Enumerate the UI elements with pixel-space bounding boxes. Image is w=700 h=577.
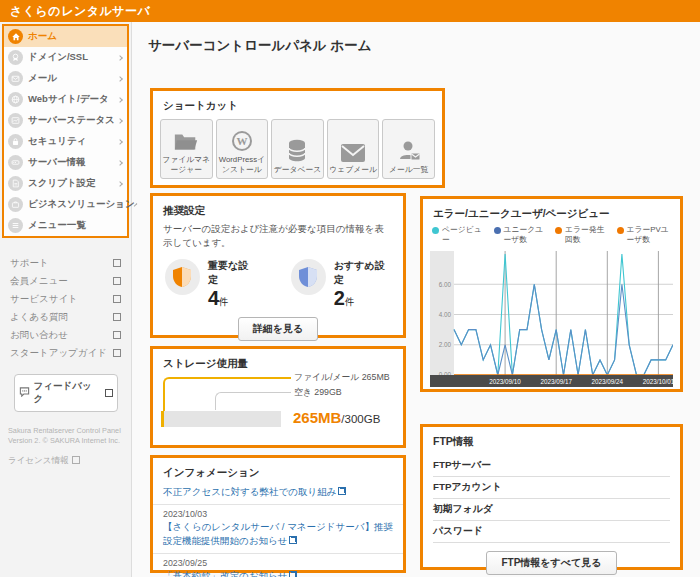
news-link[interactable]: 「基本約款」改定のお知らせ	[163, 569, 393, 577]
svg-text:4.00: 4.00	[439, 311, 452, 318]
mail-icon	[8, 71, 23, 86]
feedback-button[interactable]: フィードバック	[14, 374, 118, 412]
legend-dot-icon	[555, 227, 562, 234]
sidebar-link-service-site[interactable]: サービスサイト	[10, 290, 121, 308]
mail-list-icon	[397, 139, 421, 163]
external-link-icon	[289, 572, 296, 577]
sidebar-item-domain-ssl[interactable]: ドメイン/SSL	[4, 47, 127, 68]
svg-text:2023/09/17: 2023/09/17	[540, 378, 572, 385]
ftp-view-all-button[interactable]: FTP情報をすべて見る	[486, 551, 616, 575]
sidebar-link-faq[interactable]: よくある質問	[10, 308, 121, 326]
important-settings-count: 4	[208, 287, 219, 309]
chart-plot-area: 0.002.004.006.002023/09/102023/09/172023…	[423, 249, 680, 391]
menu-list-icon	[8, 218, 23, 233]
external-link-icon	[113, 331, 121, 339]
sidebar-item-menu-list[interactable]: メニュー一覧	[4, 215, 127, 236]
page-title: サーバーコントロールパネル ホーム	[148, 37, 372, 55]
sidebar-link-startup-guide[interactable]: スタートアップガイド	[10, 344, 121, 362]
news-date: 2023/09/25	[163, 557, 393, 569]
detail-button[interactable]: 詳細を見る	[238, 317, 318, 341]
shortcut-database[interactable]: データベース	[271, 119, 324, 179]
storage-total-text: /300GB	[341, 413, 380, 425]
line-chart: 0.002.004.006.002023/09/102023/09/172023…	[430, 251, 673, 387]
shortcut-mail-list[interactable]: メール一覧	[382, 119, 435, 179]
copyright-line1: Sakura Rentalserver Control Panel	[8, 426, 123, 436]
recommended-settings-panel: 推奨設定 サーバーの設定および注意が必要な項目の情報を表示しています。 重要な設…	[150, 193, 406, 338]
sidebar-item-home[interactable]: ホーム	[4, 26, 127, 47]
news-link[interactable]: 不正アクセスに対する弊社での取り組み	[163, 485, 393, 499]
license-link[interactable]: ライセンス情報	[8, 455, 123, 466]
database-icon	[286, 139, 308, 163]
shortcuts-title: ショートカット	[153, 91, 442, 117]
sidebar-item-website-data[interactable]: Webサイト/データ	[4, 89, 127, 110]
copyright-line2: Version 2. © SAKURA Internet Inc.	[8, 436, 123, 446]
storage-usage-bar	[161, 411, 281, 427]
chevron-right-icon	[117, 76, 123, 82]
business-solution-icon	[8, 197, 23, 212]
server-info-icon	[8, 155, 23, 170]
chevron-right-icon	[117, 118, 123, 124]
important-settings-group: 重要な設定 4件	[165, 259, 257, 309]
traffic-chart-panel: エラー/ユニークユーザ/ページビュー ページビューユニークユーザ数エラー発生回数…	[420, 196, 683, 392]
website-data-icon	[8, 92, 23, 107]
shield-important-icon	[165, 259, 200, 295]
ftp-row-initial-folder: 初期フォルダ	[433, 499, 670, 521]
sidebar-link-support[interactable]: サポート	[10, 254, 121, 272]
news-item: 2023/09/25 「基本約款」改定のお知らせ	[153, 554, 403, 577]
news-item: 不正アクセスに対する弊社での取り組み	[153, 482, 403, 505]
chart-title: エラー/ユニークユーザ/ページビュー	[423, 199, 680, 223]
external-link-icon	[113, 349, 121, 357]
wordpress-icon: W	[230, 129, 254, 153]
chevron-right-icon	[117, 55, 123, 61]
external-link-icon	[113, 313, 121, 321]
chevron-right-icon	[117, 181, 123, 187]
sidebar-footer: Sakura Rentalserver Control Panel Versio…	[0, 412, 131, 466]
svg-text:2.00: 2.00	[439, 341, 452, 348]
legend-item-0: ページビュー	[432, 225, 488, 245]
sidebar-item-mail[interactable]: メール	[4, 68, 127, 89]
svg-text:6.00: 6.00	[439, 281, 452, 288]
sidebar-link-member-menu[interactable]: 会員メニュー	[10, 272, 121, 290]
external-link-icon	[105, 389, 113, 397]
news-item: 2023/10/03 【さくらのレンタルサーバ / マネージドサーバ】推奨設定機…	[153, 505, 403, 554]
domain-ssl-icon	[8, 50, 23, 65]
legend-dot-icon	[494, 227, 501, 234]
sidebar-item-server-status[interactable]: サーバーステータス	[4, 110, 127, 131]
sidebar-item-security[interactable]: セキュリティ	[4, 131, 127, 152]
sidebar-item-server-info[interactable]: サーバー情報	[4, 152, 127, 173]
storage-used-text: 265MB	[293, 409, 341, 426]
suggested-settings-group: おすすめ設定 2件	[291, 259, 393, 309]
ftp-row-server: FTPサーバー	[433, 455, 670, 477]
ftp-row-password: パスワード	[433, 521, 670, 543]
legend-item-2: エラー発生回数	[555, 225, 611, 245]
storage-free-callout-line	[215, 392, 291, 410]
svg-text:2023/10/01: 2023/10/01	[643, 378, 673, 385]
external-link-icon	[338, 488, 345, 495]
storage-free-segment	[164, 411, 281, 427]
ftp-info-panel: FTP情報 FTPサーバー FTPアカウント 初期フォルダ パスワード FTP情…	[420, 424, 683, 570]
shortcuts-panel: ショートカット ファイルマネージャー W WordPressインストール データ…	[150, 88, 445, 188]
information-panel: インフォメーション 不正アクセスに対する弊社での取り組み 2023/10/03 …	[150, 455, 406, 573]
news-link[interactable]: 【さくらのレンタルサーバ / マネージドサーバ】推奨設定機能提供開始のお知らせ	[163, 520, 393, 548]
sidebar-link-contact[interactable]: お問い合わせ	[10, 326, 121, 344]
suggested-settings-count: 2	[334, 287, 345, 309]
sidebar-item-script-settings[interactable]: スクリプト設定	[4, 173, 127, 194]
svg-text:2023/09/24: 2023/09/24	[592, 378, 624, 385]
svg-text:2023/09/10: 2023/09/10	[489, 378, 521, 385]
security-icon	[8, 134, 23, 149]
suggested-settings-label: おすすめ設定	[334, 259, 393, 287]
shortcut-webmail[interactable]: ウェブメール	[327, 119, 380, 179]
ftp-row-account: FTPアカウント	[433, 477, 670, 499]
home-icon	[8, 29, 23, 44]
app-header: さくらのレンタルサーバ	[0, 0, 700, 22]
sidebar-item-business-solution[interactable]: ビジネスソリューション	[4, 194, 127, 215]
shield-suggested-icon	[291, 259, 326, 295]
shortcut-wordpress-install[interactable]: W WordPressインストール	[216, 119, 269, 179]
sidebar: ホーム ドメイン/SSL メール Webサイト/データ	[0, 22, 132, 577]
legend-dot-icon	[617, 227, 624, 234]
external-link-icon	[113, 295, 121, 303]
external-link-icon	[113, 277, 121, 285]
shortcut-file-manager[interactable]: ファイルマネージャー	[160, 119, 213, 179]
sidebar-menu: ホーム ドメイン/SSL メール Webサイト/データ	[2, 24, 129, 238]
information-title: インフォメーション	[153, 458, 403, 482]
